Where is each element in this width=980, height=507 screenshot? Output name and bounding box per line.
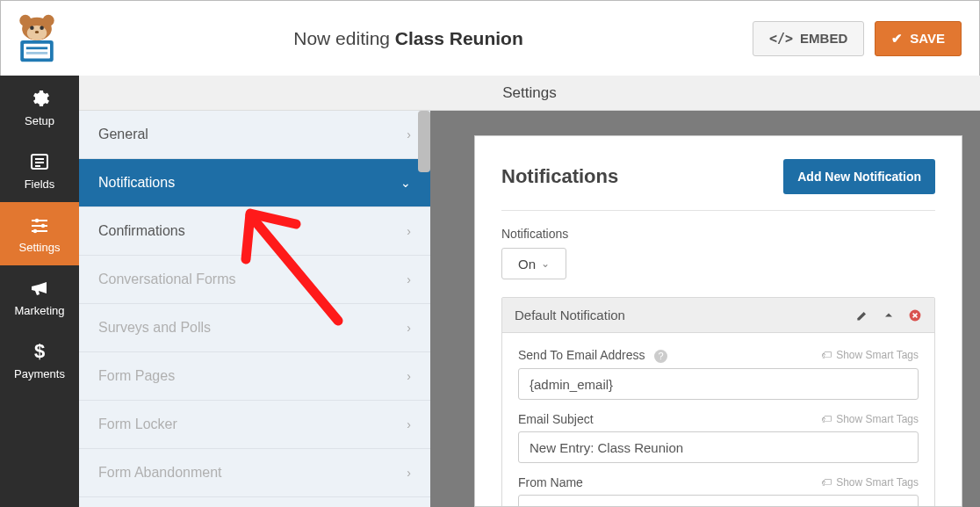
sidebar-item-label: Surveys and Polls bbox=[98, 320, 211, 336]
sidebar-item-surveys[interactable]: Surveys and Polls › bbox=[79, 304, 430, 352]
gear-icon bbox=[29, 88, 50, 109]
svg-point-4 bbox=[30, 25, 34, 30]
bullhorn-icon bbox=[29, 278, 50, 299]
toggle-value: On bbox=[518, 257, 536, 272]
field-subject: Email Subject 🏷 Show Smart Tags bbox=[518, 412, 919, 463]
from-name-input[interactable] bbox=[518, 495, 919, 507]
send-to-input[interactable] bbox=[518, 368, 919, 400]
smart-tags-label: Show Smart Tags bbox=[836, 413, 919, 425]
nav-rail: Setup Fields Settings Marketing $ Paymen… bbox=[0, 76, 79, 507]
chevron-right-icon: › bbox=[407, 466, 411, 480]
list-icon bbox=[29, 151, 50, 172]
sidebar-item-form-pages[interactable]: Form Pages › bbox=[79, 352, 430, 401]
rail-setup[interactable]: Setup bbox=[0, 76, 79, 139]
toggle-label: Notifications bbox=[501, 227, 935, 241]
delete-icon[interactable] bbox=[908, 308, 922, 322]
settings-submenu: General › Notifications ⌄ Confirmations … bbox=[79, 111, 430, 507]
sidebar-item-label: Form Locker bbox=[98, 416, 177, 432]
rail-label: Payments bbox=[14, 367, 65, 380]
svg-rect-8 bbox=[24, 43, 50, 58]
content-panel-wrap: Notifications Add New Notification Notif… bbox=[430, 111, 980, 507]
add-notification-button[interactable]: Add New Notification bbox=[783, 159, 935, 194]
help-icon[interactable]: ? bbox=[654, 350, 667, 363]
chevron-down-icon: ⌄ bbox=[541, 257, 550, 270]
notification-card-body: Send To Email Address ? 🏷 Show Smart Tag… bbox=[502, 333, 934, 507]
notification-card: Default Notification Send To Email Addre… bbox=[501, 297, 935, 507]
card-actions bbox=[855, 308, 922, 322]
card-title: Default Notification bbox=[515, 308, 625, 322]
chevron-right-icon: › bbox=[407, 272, 411, 286]
tag-icon: 🏷 bbox=[821, 349, 832, 361]
scrollbar-thumb[interactable] bbox=[418, 111, 430, 172]
rail-label: Setup bbox=[25, 114, 54, 127]
edit-icon[interactable] bbox=[855, 308, 869, 322]
field-label: From Name bbox=[518, 475, 583, 489]
smart-tags-toggle[interactable]: 🏷 Show Smart Tags bbox=[821, 349, 919, 361]
sidebar-item-notifications[interactable]: Notifications ⌄ bbox=[79, 159, 430, 207]
embed-button[interactable]: </> EMBED bbox=[753, 21, 864, 56]
svg-rect-9 bbox=[26, 47, 47, 49]
rail-label: Fields bbox=[25, 177, 55, 191]
settings-band-label: Settings bbox=[502, 84, 556, 102]
chevron-right-icon: › bbox=[407, 321, 411, 335]
sidebar-item-form-locker[interactable]: Form Locker › bbox=[79, 401, 430, 449]
content-panel: Notifications Add New Notification Notif… bbox=[474, 135, 962, 507]
field-send-to: Send To Email Address ? 🏷 Show Smart Tag… bbox=[518, 347, 919, 400]
smart-tags-toggle[interactable]: 🏷 Show Smart Tags bbox=[821, 476, 919, 489]
rail-settings[interactable]: Settings bbox=[0, 202, 79, 265]
smart-tags-toggle[interactable]: 🏷 Show Smart Tags bbox=[821, 413, 919, 425]
field-label: Email Subject bbox=[518, 412, 594, 426]
field-from-name: From Name 🏷 Show Smart Tags bbox=[518, 475, 919, 507]
rail-payments[interactable]: $ Payments bbox=[0, 329, 79, 392]
editing-prefix: Now editing bbox=[293, 28, 390, 48]
svg-point-16 bbox=[35, 218, 39, 221]
sidebar-item-label: Conversational Forms bbox=[98, 272, 236, 287]
chevron-right-icon: › bbox=[407, 224, 411, 238]
dollar-icon: $ bbox=[29, 341, 50, 362]
notifications-toggle[interactable]: On ⌄ bbox=[501, 248, 566, 279]
code-icon: </> bbox=[769, 31, 793, 47]
sidebar-item-general[interactable]: General › bbox=[79, 111, 430, 159]
save-label: SAVE bbox=[910, 31, 945, 46]
tag-icon: 🏷 bbox=[821, 413, 832, 425]
sliders-icon bbox=[29, 214, 50, 235]
page-title: Now editing Class Reunion bbox=[64, 28, 753, 49]
field-label: Send To Email Address bbox=[518, 348, 645, 362]
form-name: Class Reunion bbox=[395, 28, 523, 48]
svg-point-20 bbox=[33, 228, 37, 232]
sidebar-item-confirmations[interactable]: Confirmations › bbox=[79, 207, 430, 256]
chevron-right-icon: › bbox=[407, 417, 411, 431]
notification-card-header: Default Notification bbox=[502, 298, 934, 333]
collapse-icon[interactable] bbox=[882, 308, 896, 322]
rail-marketing[interactable]: Marketing bbox=[0, 265, 79, 329]
svg-point-18 bbox=[41, 223, 45, 227]
sidebar-item-label: Form Abandonment bbox=[98, 465, 222, 481]
panel-title: Notifications bbox=[501, 165, 618, 188]
sidebar-item-form-abandonment[interactable]: Form Abandonment › bbox=[79, 449, 430, 497]
rail-fields[interactable]: Fields bbox=[0, 139, 79, 202]
save-button[interactable]: ✔ SAVE bbox=[875, 21, 962, 56]
smart-tags-label: Show Smart Tags bbox=[836, 476, 919, 489]
chevron-right-icon: › bbox=[407, 127, 411, 141]
sidebar-item-label: General bbox=[98, 127, 148, 142]
embed-label: EMBED bbox=[800, 31, 847, 46]
panel-header: Notifications Add New Notification bbox=[501, 159, 935, 211]
svg-point-5 bbox=[40, 25, 43, 30]
top-bar: Now editing Class Reunion </> EMBED ✔ SA… bbox=[1, 1, 979, 76]
brand-logo bbox=[10, 11, 64, 66]
breadcrumb: Settings bbox=[79, 76, 980, 111]
sidebar-item-label: Confirmations bbox=[98, 223, 185, 239]
chevron-down-icon: ⌄ bbox=[400, 176, 411, 190]
sidebar-item-conversational[interactable]: Conversational Forms › bbox=[79, 256, 430, 304]
sidebar-item-label: Form Pages bbox=[98, 368, 175, 384]
svg-rect-10 bbox=[26, 52, 47, 54]
subject-input[interactable] bbox=[518, 431, 919, 463]
smart-tags-label: Show Smart Tags bbox=[836, 349, 919, 361]
sidebar-item-label: Notifications bbox=[98, 175, 175, 191]
tag-icon: 🏷 bbox=[821, 476, 832, 489]
rail-label: Settings bbox=[19, 241, 61, 254]
rail-label: Marketing bbox=[14, 304, 64, 317]
chevron-right-icon: › bbox=[407, 369, 411, 383]
svg-point-6 bbox=[35, 30, 40, 33]
check-icon: ✔ bbox=[891, 31, 903, 47]
